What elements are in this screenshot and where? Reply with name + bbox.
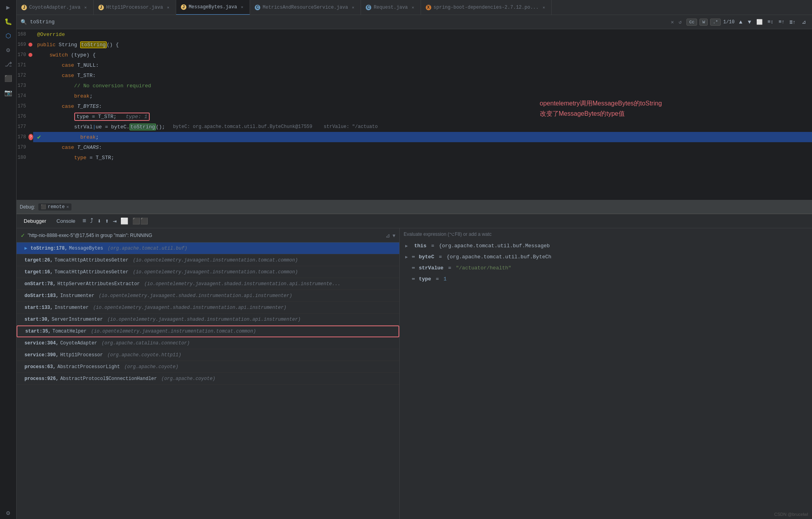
frame-class: CoyoteAdapter — [60, 340, 97, 346]
code-177-strval: strVal — [74, 124, 93, 130]
var-name-strvalue: strValue — [419, 265, 443, 271]
frame-class: Instrumenter — [60, 293, 94, 299]
console-btn[interactable]: Console — [53, 217, 79, 225]
frame-item-tostring[interactable]: ▶ toString:178, MessageBytes (org.apache… — [17, 243, 399, 254]
code-177-rest: (); — [156, 124, 165, 130]
tab-close[interactable]: ✕ — [165, 5, 171, 10]
search-options-icon[interactable]: ≡↑ — [777, 18, 786, 26]
tab-messagebytes[interactable]: J MessageBytes.java ✕ — [176, 0, 250, 15]
search-regex-btn[interactable]: .* — [710, 19, 721, 26]
line-180-row: 180 — [17, 152, 31, 163]
var-expand-bytec[interactable]: ▶ — [405, 254, 408, 260]
var-val-bytec: {org.apache.tomcat.util.buf.ByteCh — [447, 254, 551, 260]
search-wrap-icon[interactable]: ⬜ — [755, 18, 764, 26]
tab-close[interactable]: ✕ — [410, 5, 416, 10]
tab-http11processor[interactable]: J Http11Processor.java ✕ — [94, 0, 176, 15]
search-word-btn[interactable]: W — [699, 19, 708, 26]
tab-close[interactable]: ✕ — [83, 5, 88, 10]
frame-item-service304[interactable]: service:304, CoyoteAdapter (org.apache.c… — [17, 337, 399, 349]
line-174-row: 174 — [17, 91, 31, 101]
tab-label: Request.java — [374, 5, 408, 10]
search-case-btn[interactable]: Cc — [686, 19, 697, 26]
frame-item-target26[interactable]: target:26, TomcatHttpAttributesGetter (i… — [17, 254, 399, 266]
frame-class: HttpServerAttributesExtractor — [57, 281, 140, 287]
line-178-ind: ? — [28, 134, 33, 140]
tab-metricsservice[interactable]: C MetricsAndResourceService.java ✕ — [250, 0, 361, 15]
code-177-match: toString — [130, 124, 156, 130]
frame-class: Instrumenter — [55, 305, 88, 310]
line-169-ind — [28, 43, 32, 47]
thread-expand-icon[interactable]: ▾ — [393, 232, 395, 239]
sidebar-bottom-icon[interactable]: ⚙ — [2, 507, 14, 519]
search-filter-icon[interactable]: ≡↕ — [766, 18, 775, 26]
search-funnel-icon[interactable]: ⊿ — [799, 18, 808, 26]
line-gutter: 168 169 170 — [17, 29, 33, 200]
sidebar-run-icon[interactable]: ▶ — [2, 2, 14, 13]
line-numbers: 168 169 170 — [17, 29, 31, 163]
debug-session-close[interactable]: ✕ — [66, 204, 69, 209]
tab-close[interactable]: ✕ — [239, 4, 245, 10]
tab-request[interactable]: C Request.java ✕ — [361, 0, 421, 15]
search-extra-icon[interactable]: ≣↑ — [788, 18, 797, 26]
run-to-cursor-icon[interactable]: ⇥ — [113, 217, 117, 225]
frame-item-onstart[interactable]: onStart:78, HttpServerAttributesExtracto… — [17, 278, 399, 290]
debug-label: Debug: — [20, 204, 35, 210]
sidebar-debug-icon[interactable]: 🐛 — [2, 16, 14, 28]
frame-item-start35[interactable]: start:35, TomcatHelper (io.opentelemetry… — [17, 325, 399, 337]
split-icon[interactable]: ⬛⬛ — [132, 217, 148, 225]
frame-item-process63[interactable]: process:63, AbstractProcessorLight (org.… — [17, 361, 399, 373]
frame-item-dostart[interactable]: doStart:183, Instrumenter (io.openteleme… — [17, 290, 399, 302]
annotation-line1: opentelemetry调用MessageBytes的toString — [540, 98, 662, 109]
search-controls: Cc W .* 1/10 ▲ ▼ ⬜ ≡↕ ≡↑ ≣↑ ⊿ — [686, 18, 808, 26]
breakpoint-170[interactable] — [28, 53, 32, 57]
code-169-match: toString — [80, 41, 106, 48]
debugger-btn[interactable]: Debugger — [21, 217, 49, 225]
tab-icon: J — [21, 5, 27, 10]
evaluate-icon[interactable]: ⬜ — [120, 217, 128, 225]
step-over-icon[interactable]: ⤴ — [90, 217, 93, 225]
search-clear[interactable]: ✕ — [671, 19, 674, 25]
step-into-icon[interactable]: ⬇ — [97, 217, 101, 225]
tab-springboot[interactable]: X spring-boot-dependencies-2.7.12.po... … — [421, 0, 552, 15]
line-180-num: 180 — [17, 155, 28, 160]
search-refresh-icon[interactable]: ↺ — [679, 19, 682, 25]
frame-item-process926[interactable]: process:926, AbstractProtocol$Connection… — [17, 373, 399, 385]
frame-item-service390[interactable]: service:390, Http11Processor (org.apache… — [17, 349, 399, 361]
var-row-bytec: ▶ ∞ byteC = {org.apache.tomcat.util.buf.… — [404, 251, 808, 262]
code-174: break; — [37, 93, 92, 99]
frame-package: (io.opentelemetry.javaagent.instrumentat… — [130, 269, 298, 275]
sidebar-debug-active-icon[interactable]: ⬡ — [2, 30, 14, 42]
step-out-icon[interactable]: ⬆ — [105, 217, 109, 225]
search-next-btn[interactable]: ▼ — [746, 18, 753, 26]
annotation-overlay: opentelemetry调用MessageBytes的toString 改变了… — [540, 98, 662, 118]
sidebar-terminal-icon[interactable]: ⬛ — [2, 73, 14, 85]
code-line-169: public String toString () { — [33, 39, 812, 50]
var-expand-this[interactable]: ▶ — [405, 243, 408, 248]
debug-session-tab[interactable]: ⬛ remote ✕ — [38, 203, 71, 211]
debug-toolbar: Debugger Console ≡ ⤴ ⬇ ⬆ ⇥ ⬜ ⬛⬛ — [17, 214, 812, 228]
editor-wrapper: 168 169 170 — [17, 29, 812, 200]
tab-label: Http11Processor.java — [106, 5, 163, 10]
sidebar-camera-icon[interactable]: 📷 — [2, 87, 14, 99]
frame-item-start30[interactable]: start:30, ServerInstrumenter (io.opentel… — [17, 314, 399, 325]
line-170-ind — [28, 53, 32, 57]
tab-close[interactable]: ✕ — [541, 5, 547, 10]
frames-panel: ✓ "http-nio-8888-exec-5"@17,545 in group… — [17, 228, 400, 519]
sidebar-git-icon[interactable]: ⎇ — [2, 58, 14, 70]
search-query[interactable]: toString — [30, 19, 668, 25]
var-expand-strvalue — [405, 265, 408, 270]
frame-item-target16[interactable]: target:16, TomcatHttpAttributesGetter (i… — [17, 266, 399, 278]
search-prev-btn[interactable]: ▲ — [737, 18, 744, 26]
tab-coyoteadapter[interactable]: J CoyoteAdapter.java ✕ — [17, 0, 94, 15]
tab-close[interactable]: ✕ — [350, 5, 356, 10]
frames-icon[interactable]: ≡ — [83, 218, 86, 225]
code-176-redbox: type = T_STR; type: 1 — [74, 113, 150, 121]
frame-item-start133[interactable]: start:133, Instrumenter (io.opentelemetr… — [17, 302, 399, 314]
sidebar-settings-icon[interactable]: ⚙ — [2, 44, 14, 56]
app-layout: ▶ 🐛 ⬡ ⚙ ⎇ ⬛ 📷 ⚙ J CoyoteAdapter.java ✕ J… — [0, 0, 812, 519]
breakpoint-178[interactable]: ? — [28, 134, 33, 140]
line-179-num: 179 — [17, 145, 28, 150]
breakpoint-169[interactable] — [28, 43, 32, 47]
thread-filter-icon[interactable]: ⊿ — [385, 232, 390, 239]
tab-icon: J — [181, 4, 186, 10]
